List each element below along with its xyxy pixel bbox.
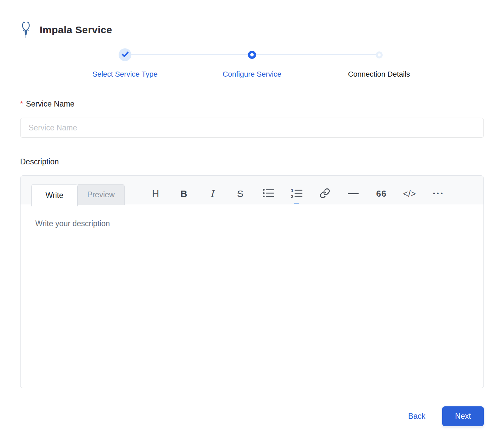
code-button[interactable]: </> — [395, 189, 424, 199]
next-button[interactable]: Next — [442, 406, 484, 426]
ordered-list-focus-indicator — [294, 203, 299, 204]
step1-label[interactable]: Select Service Type — [92, 70, 158, 79]
link-button[interactable] — [311, 188, 339, 200]
step2-indicator[interactable] — [248, 48, 256, 61]
step2-label[interactable]: Configure Service — [223, 70, 282, 79]
required-asterisk: * — [20, 99, 23, 107]
description-textarea[interactable] — [35, 219, 469, 373]
editor-toolbar-bar: Write Preview H B I S — [20, 176, 484, 204]
strikethrough-button[interactable]: S — [226, 189, 254, 199]
tab-write[interactable]: Write — [31, 184, 78, 206]
svg-text:2: 2 — [291, 194, 293, 198]
ordered-list-button[interactable]: 1 2 — [283, 188, 311, 200]
tab-preview[interactable]: Preview — [78, 184, 125, 205]
horizontal-rule-icon — [348, 193, 359, 194]
service-name-input[interactable] — [20, 118, 484, 138]
bold-button[interactable]: B — [170, 189, 198, 199]
page-header: Impala Service — [20, 22, 484, 38]
step-configure-service[interactable]: Configure Service — [188, 48, 316, 79]
step3-indicator[interactable] — [376, 48, 383, 61]
service-name-label: *Service Name — [20, 99, 484, 109]
link-icon — [320, 188, 330, 200]
italic-button[interactable]: I — [198, 188, 226, 199]
unordered-list-icon — [263, 189, 274, 199]
editor-tabs: Write Preview — [31, 176, 125, 204]
horizontal-rule-button[interactable] — [339, 193, 367, 194]
wizard-stepper: Select Service Type Configure Service Co… — [61, 48, 443, 79]
description-label: Description — [20, 157, 484, 166]
heading-button[interactable]: H — [141, 188, 170, 199]
unordered-list-button[interactable] — [254, 189, 283, 199]
configure-service-page: Impala Service Select Service Type — [0, 0, 504, 443]
editor-write-area — [20, 204, 484, 388]
step3-label[interactable]: Connection Details — [348, 70, 410, 79]
markdown-editor: Write Preview H B I S — [20, 175, 484, 388]
svg-text:1: 1 — [291, 188, 293, 193]
check-icon — [122, 51, 129, 58]
formatting-toolbar: H B I S — [141, 176, 452, 204]
pending-step-ring-icon — [376, 51, 383, 58]
active-step-ring-icon — [248, 51, 256, 59]
quote-button[interactable]: 66 — [367, 189, 395, 199]
step-select-service-type[interactable]: Select Service Type — [61, 48, 188, 79]
page-title: Impala Service — [40, 24, 112, 36]
back-button[interactable]: Back — [408, 412, 425, 421]
impala-logo-icon — [20, 22, 32, 38]
footer-actions: Back Next — [20, 406, 484, 426]
step-connection-details[interactable]: Connection Details — [316, 48, 443, 79]
ordered-list-icon: 1 2 — [291, 188, 302, 200]
more-options-button[interactable]: ••• — [424, 190, 452, 197]
step1-indicator[interactable] — [119, 48, 131, 61]
